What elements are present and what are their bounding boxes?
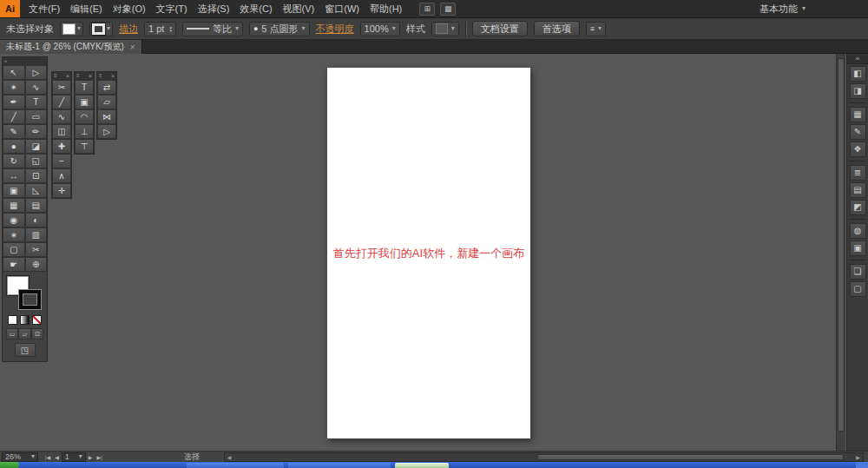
horizontal-scrollbar-thumb[interactable] xyxy=(537,454,844,460)
paintbrush-tool[interactable]: ✎ xyxy=(3,124,25,139)
screen-mode-button[interactable]: ◳ xyxy=(15,343,36,357)
mesh-tool[interactable]: ▦ xyxy=(3,198,25,213)
hand-tool[interactable]: ☛ xyxy=(3,257,25,272)
start-button[interactable] xyxy=(0,462,19,468)
collapse-panel-icon[interactable]: « xyxy=(4,57,7,65)
shear-tool[interactable]: ▱ xyxy=(97,95,116,109)
reshape-tool[interactable]: ⋈ xyxy=(97,109,116,124)
group-selection-tool[interactable]: ▷ xyxy=(97,124,116,139)
stroke-panel-icon[interactable]: ≣ xyxy=(850,165,866,181)
brushes-panel-icon[interactable]: ✎ xyxy=(850,124,866,140)
palette-header[interactable]: ≡ × xyxy=(97,72,116,80)
vertical-area-type-tool[interactable]: ⊤ xyxy=(75,139,94,154)
perspective-grid-tool[interactable]: ◺ xyxy=(25,183,48,198)
gradient-tool[interactable]: ▤ xyxy=(25,198,48,213)
artboard-number-field[interactable]: 1 ▾ xyxy=(62,452,86,462)
zoom-tool[interactable]: ⊕ xyxy=(25,257,48,272)
palette-header[interactable]: ≡ × xyxy=(52,72,71,80)
width-tool[interactable]: ↔ xyxy=(3,168,25,183)
menu-item[interactable]: 编辑(E) xyxy=(65,0,108,18)
menu-item[interactable]: 选择(S) xyxy=(193,0,235,18)
style-combo[interactable]: ▾ xyxy=(431,22,459,36)
column-graph-tool[interactable]: ▥ xyxy=(25,227,48,242)
prev-artboard-button[interactable]: ◀ xyxy=(53,454,61,460)
vertical-type-tool[interactable]: ⊥ xyxy=(75,124,94,139)
document-setup-button[interactable]: 文档设置 xyxy=(472,21,528,36)
add-anchor-point-tool[interactable]: ✚ xyxy=(52,139,71,154)
taskbar-window-button[interactable] xyxy=(187,463,284,468)
zoom-level-combo[interactable]: 26% ▾ xyxy=(2,452,38,462)
measure-tool[interactable]: ✛ xyxy=(52,183,71,198)
close-icon[interactable]: × xyxy=(111,72,115,80)
delete-anchor-point-tool[interactable]: − xyxy=(52,154,71,168)
pen-tool[interactable]: ✒ xyxy=(3,95,25,109)
bridge-icon[interactable]: ⊞ xyxy=(419,3,435,16)
draw-normal-mode-button[interactable]: ▭ xyxy=(6,328,18,339)
free-transform-tool[interactable]: ⊡ xyxy=(25,168,48,183)
taskbar-window-button[interactable] xyxy=(288,463,391,468)
reflect-tool[interactable]: ⇄ xyxy=(97,80,116,95)
stroke-swatch[interactable] xyxy=(19,290,41,309)
stroke-weight-stepper[interactable]: ▴ ▾ xyxy=(169,25,172,32)
layers-panel-icon[interactable]: ❏ xyxy=(850,264,866,280)
menu-item[interactable]: 效果(C) xyxy=(234,0,277,18)
menu-item[interactable]: 窗口(W) xyxy=(319,0,365,18)
last-artboard-button[interactable]: ▶| xyxy=(95,454,103,460)
next-artboard-button[interactable]: ▶ xyxy=(87,454,95,460)
preferences-button[interactable]: 首选项 xyxy=(534,21,580,36)
draw-behind-mode-button[interactable]: ▱ xyxy=(18,328,30,339)
artboard-tool[interactable]: ▢ xyxy=(3,242,25,257)
close-icon[interactable]: × xyxy=(130,43,135,52)
stroke-weight-combo[interactable]: 1 pt ▴ ▾ xyxy=(144,22,176,36)
color-button[interactable] xyxy=(8,315,17,325)
blob-brush-tool[interactable]: ● xyxy=(3,139,25,154)
taskbar-active-window-button[interactable] xyxy=(395,463,449,468)
slice-tool[interactable]: ✂ xyxy=(25,242,48,257)
graphic-styles-panel-icon[interactable]: ▣ xyxy=(850,241,866,256)
knife-tool[interactable]: ╱ xyxy=(52,95,71,109)
stepper-down-icon[interactable]: ▾ xyxy=(169,29,172,32)
type-tool[interactable]: T xyxy=(75,80,94,95)
type-on-path-tool[interactable]: ◠ xyxy=(75,109,94,124)
close-icon[interactable]: × xyxy=(66,72,69,80)
expand-panels-icon[interactable]: « xyxy=(856,55,859,63)
arrange-documents-icon[interactable]: ▦ xyxy=(440,3,456,16)
gradient-panel-icon[interactable]: ▤ xyxy=(850,182,866,198)
vertical-scrollbar[interactable] xyxy=(836,54,845,451)
menu-item[interactable]: 视图(V) xyxy=(278,0,320,18)
opacity-panel-link[interactable]: 不透明度 xyxy=(316,23,354,36)
close-icon[interactable]: × xyxy=(89,72,92,80)
eraser-tool[interactable]: ◪ xyxy=(25,139,48,154)
menu-item[interactable]: 文字(T) xyxy=(151,0,193,18)
opacity-combo[interactable]: 100% ▾ xyxy=(360,22,400,36)
type-tool[interactable]: T xyxy=(25,95,48,109)
convert-anchor-point-tool[interactable]: ∧ xyxy=(52,168,71,183)
color-guide-panel-icon[interactable]: ◨ xyxy=(850,83,866,99)
gradient-button[interactable] xyxy=(20,315,30,325)
color-panel-icon[interactable]: ◧ xyxy=(850,66,866,82)
symbols-panel-icon[interactable]: ❖ xyxy=(850,142,866,157)
pencil-tool[interactable]: ✏ xyxy=(25,124,48,139)
rotate-tool[interactable]: ↻ xyxy=(3,154,25,168)
variable-width-profile-combo[interactable]: 等比 ▾ xyxy=(182,22,243,36)
first-artboard-button[interactable]: |◀ xyxy=(43,454,52,460)
area-type-tool[interactable]: ▣ xyxy=(75,95,94,109)
vertical-scrollbar-thumb[interactable] xyxy=(838,58,845,432)
document-tab[interactable]: 未标题-1 @ 26% (CMYK/预览) × xyxy=(0,40,142,54)
tools-panel-header[interactable]: « xyxy=(3,57,47,65)
line-segment-tool[interactable]: ╱ xyxy=(3,109,25,124)
direct-selection-tool[interactable]: ▷ xyxy=(25,65,48,80)
transparency-panel-icon[interactable]: ◩ xyxy=(850,200,866,215)
artboards-panel-icon[interactable]: ▢ xyxy=(850,281,866,297)
rectangle-tool[interactable]: ▭ xyxy=(25,109,48,124)
control-panel-menu[interactable]: ≡ ▾ xyxy=(586,22,606,36)
appearance-panel-icon[interactable]: ◍ xyxy=(850,223,866,239)
symbol-sprayer-tool[interactable]: ∗ xyxy=(3,227,25,242)
horizontal-scrollbar[interactable]: ◀ ▶ xyxy=(224,452,864,462)
workspace-switcher[interactable]: 基本功能 ▾ xyxy=(760,0,806,17)
lasso-tool[interactable]: ∿ xyxy=(25,80,48,95)
stroke-color-combo[interactable]: ▾ xyxy=(89,22,113,36)
selection-tool[interactable]: ↖ xyxy=(3,65,25,80)
palette-header[interactable]: ≡ × xyxy=(75,72,94,80)
shape-builder-tool[interactable]: ▣ xyxy=(3,183,25,198)
